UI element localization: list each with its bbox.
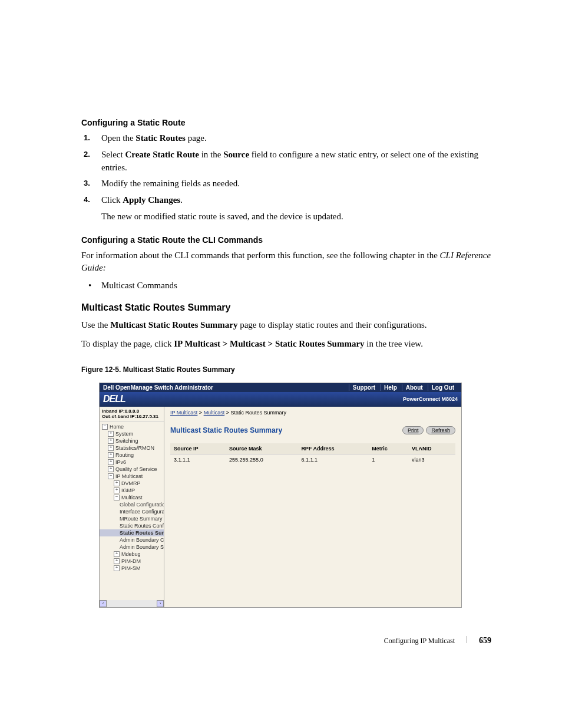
scroll-right-icon[interactable]: › xyxy=(157,600,164,607)
steps-list: 1. Open the Static Routes page. 2. Selec… xyxy=(81,132,491,223)
nav-mroute-summary[interactable]: MRoute Summary xyxy=(100,515,164,522)
collapse-icon[interactable]: − xyxy=(108,473,114,479)
step-text: . xyxy=(180,195,183,205)
figure-caption: Figure 12-5. Multicast Static Routes Sum… xyxy=(81,365,491,374)
nav-qos[interactable]: +Quality of Service xyxy=(100,466,164,473)
footer-page-number: 659 xyxy=(479,636,491,645)
nav-admin-boundary-summary[interactable]: Admin Boundary Sum xyxy=(100,543,164,551)
expand-icon[interactable]: + xyxy=(114,558,120,564)
step-text: Open the xyxy=(101,133,135,143)
nav-home[interactable]: −Home xyxy=(100,423,164,430)
step-text: page. xyxy=(186,133,207,143)
step-text: Select xyxy=(101,150,125,159)
nav-switching[interactable]: +Switching xyxy=(100,437,164,444)
nav-admin-boundary-config[interactable]: Admin Boundary Con xyxy=(100,536,164,543)
nav-ip-multicast[interactable]: −IP Multicast xyxy=(100,473,164,480)
inband-ip: Inband IP:0.0.0.0 xyxy=(102,409,161,414)
nav-tree: Inband IP:0.0.0.0 Out-of-band IP:10.27.5… xyxy=(100,407,164,607)
heading-cli-commands: Configuring a Static Route the CLI Comma… xyxy=(81,235,491,245)
step-continuation: The new or modified static route is save… xyxy=(101,210,491,223)
expand-icon[interactable]: + xyxy=(114,487,120,493)
collapse-icon[interactable]: − xyxy=(114,495,120,500)
step-text-bold: Apply Changes xyxy=(123,195,180,205)
nav-interface-config[interactable]: Interface Configuration xyxy=(100,508,164,515)
step-text-bold: Source xyxy=(223,150,249,159)
step-text: in the xyxy=(199,150,223,159)
cli-bullet-item: Multicast Commands xyxy=(95,281,491,291)
cell-metric: 1 xyxy=(368,454,408,465)
app-title: Dell OpenManage Switch Administrator xyxy=(103,384,213,391)
p-text: in the tree view. xyxy=(365,339,423,348)
breadcrumb: IP Multicast > Multicast > Static Routes… xyxy=(170,410,455,416)
nav-global-config[interactable]: Global Configuration xyxy=(100,501,164,508)
col-rpf-address: RPF Address xyxy=(297,443,368,454)
nav-dvmrp[interactable]: +DVMRP xyxy=(100,480,164,487)
heading-configuring-static-route: Configuring a Static Route xyxy=(81,118,491,127)
support-link[interactable]: Support xyxy=(349,384,379,391)
breadcrumb-ip-multicast[interactable]: IP Multicast xyxy=(170,410,197,416)
expand-icon[interactable]: + xyxy=(108,445,114,451)
cli-text: For information about the CLI commands t… xyxy=(81,251,440,260)
cell-source-mask: 255.255.255.0 xyxy=(226,454,297,465)
step-number: 1. xyxy=(84,133,90,144)
summary-paragraph-2: To display the page, click IP Multicast … xyxy=(81,338,491,351)
step-text: Modify the remaining fields as needed. xyxy=(101,179,240,188)
step-number: 3. xyxy=(84,178,90,189)
content-title: Multicast Static Routes Summary xyxy=(170,426,282,434)
cli-bullet-list: Multicast Commands xyxy=(81,281,491,291)
nav-routing[interactable]: +Routing xyxy=(100,452,164,459)
heading-multicast-summary: Multicast Static Routes Summary xyxy=(81,302,491,313)
breadcrumb-current: Static Routes Summary xyxy=(230,410,286,416)
col-source-ip: Source IP xyxy=(170,443,226,454)
about-link[interactable]: About xyxy=(402,384,427,391)
col-metric: Metric xyxy=(368,443,408,454)
footer-separator xyxy=(467,636,467,643)
nav-system[interactable]: +System xyxy=(100,430,164,437)
step-text-bold: Static Routes xyxy=(135,133,186,143)
breadcrumb-multicast[interactable]: Multicast xyxy=(204,410,225,416)
logout-link[interactable]: Log Out xyxy=(428,384,458,391)
nav-mdebug[interactable]: +Mdebug xyxy=(100,551,164,558)
step-text-bold: Create Static Route xyxy=(125,150,199,159)
expand-icon[interactable]: + xyxy=(114,565,120,571)
col-source-mask: Source Mask xyxy=(226,443,297,454)
collapse-icon[interactable]: − xyxy=(102,424,108,430)
step-3: 3. Modify the remaining fields as needed… xyxy=(95,177,491,190)
expand-icon[interactable]: + xyxy=(108,438,114,444)
expand-icon[interactable]: + xyxy=(108,466,114,472)
outofband-ip: Out-of-band IP:10.27.5.31 xyxy=(102,414,161,419)
nav-statistics[interactable]: +Statistics/RMON xyxy=(100,444,164,452)
ip-info: Inband IP:0.0.0.0 Out-of-band IP:10.27.5… xyxy=(100,407,164,421)
logo-bar: DELL PowerConnect M8024 xyxy=(100,392,461,407)
nav-static-routes-config[interactable]: Static Routes Configu xyxy=(100,522,164,529)
step-number: 2. xyxy=(84,149,90,160)
cell-vlanid: vlan3 xyxy=(408,454,455,465)
nav-igmp[interactable]: +IGMP xyxy=(100,487,164,494)
expand-icon[interactable]: + xyxy=(114,551,120,557)
step-4: 4. Click Apply Changes. The new or modif… xyxy=(95,194,491,223)
table-header-row: Source IP Source Mask RPF Address Metric… xyxy=(170,443,455,454)
expand-icon[interactable]: + xyxy=(114,480,120,486)
nav-multicast[interactable]: −Multicast xyxy=(100,494,164,501)
content-area: IP Multicast > Multicast > Static Routes… xyxy=(164,407,461,607)
step-2: 2. Select Create Static Route in the Sou… xyxy=(95,149,491,174)
p-text: Use the xyxy=(81,320,110,330)
scroll-left-icon[interactable]: ‹ xyxy=(100,600,107,607)
expand-icon[interactable]: + xyxy=(108,431,114,437)
nav-pim-dm[interactable]: +PIM-DM xyxy=(100,558,164,565)
print-button[interactable]: Print xyxy=(402,426,424,434)
page-footer: Configuring IP Multicast 659 xyxy=(384,636,491,645)
nav-pim-sm[interactable]: +PIM-SM xyxy=(100,565,164,572)
refresh-button[interactable]: Refresh xyxy=(426,426,455,434)
cell-source-ip: 3.1.1.1 xyxy=(170,454,226,465)
expand-icon[interactable]: + xyxy=(108,459,114,465)
footer-chapter-title: Configuring IP Multicast xyxy=(384,637,455,645)
help-link[interactable]: Help xyxy=(380,384,401,391)
nav-scrollbar[interactable]: ‹ › xyxy=(100,600,164,607)
topbar-links: Support Help About Log Out xyxy=(349,384,458,391)
nav-ipv6[interactable]: +IPv6 xyxy=(100,459,164,466)
expand-icon[interactable]: + xyxy=(108,452,114,458)
col-vlanid: VLANID xyxy=(408,443,455,454)
nav-static-routes-summary[interactable]: Static Routes Summ xyxy=(100,529,164,536)
p-text-bold: Multicast Static Routes Summary xyxy=(110,320,237,330)
